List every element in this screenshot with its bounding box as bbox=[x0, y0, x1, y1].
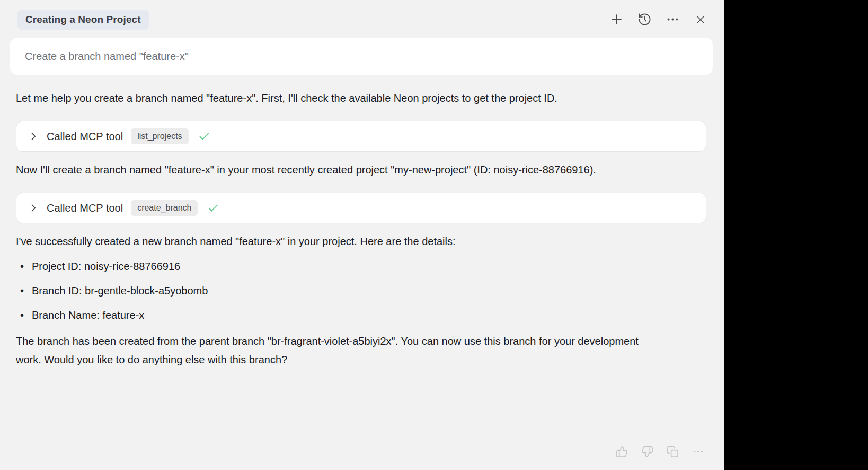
message-actions bbox=[615, 446, 705, 459]
tool-name-badge: list_projects bbox=[131, 128, 188, 144]
list-item: Branch Name: feature-x bbox=[16, 306, 706, 325]
thumbs-down-icon bbox=[641, 446, 653, 459]
assistant-response: Let me help you create a branch named "f… bbox=[16, 89, 706, 369]
panel-header: Creating a Neon Project bbox=[0, 0, 724, 31]
chevron-right-icon bbox=[28, 131, 39, 142]
user-message[interactable]: Create a branch named "feature-x" bbox=[10, 38, 713, 75]
thumbs-up-icon bbox=[616, 446, 628, 459]
assistant-paragraph-closing: The branch has been created from the par… bbox=[16, 332, 661, 369]
more-icon bbox=[692, 446, 704, 459]
history-button[interactable] bbox=[635, 10, 654, 29]
assistant-paragraph-create: Now I'll create a branch named "feature-… bbox=[16, 161, 661, 179]
assistant-paragraph-intro: Let me help you create a branch named "f… bbox=[16, 89, 661, 108]
user-message-text: Create a branch named "feature-x" bbox=[25, 50, 189, 63]
thumbs-up-button[interactable] bbox=[615, 446, 628, 459]
message-more-button[interactable] bbox=[691, 446, 705, 459]
right-gutter bbox=[724, 0, 868, 470]
branch-details-list: Project ID: noisy-rice-88766916 Branch I… bbox=[16, 257, 706, 325]
tool-call-card-list-projects[interactable]: Called MCP tool list_projects bbox=[16, 121, 706, 152]
plus-icon bbox=[609, 12, 624, 27]
tool-name-badge: create_branch bbox=[131, 200, 198, 216]
tool-call-label: Called MCP tool bbox=[47, 130, 123, 143]
list-item: Branch ID: br-gentle-block-a5yobomb bbox=[16, 282, 706, 300]
header-more-button[interactable] bbox=[663, 10, 682, 29]
thumbs-down-button[interactable] bbox=[640, 446, 654, 459]
history-icon bbox=[637, 12, 652, 27]
tool-call-card-create-branch[interactable]: Called MCP tool create_branch bbox=[16, 193, 706, 223]
chevron-right-icon bbox=[28, 203, 39, 213]
assistant-paragraph-success: I've successfully created a new branch n… bbox=[16, 232, 661, 251]
chat-panel: Creating a Neon Project bbox=[0, 0, 724, 470]
close-button[interactable] bbox=[691, 10, 710, 29]
list-item: Project ID: noisy-rice-88766916 bbox=[16, 257, 706, 276]
success-check-icon bbox=[198, 130, 210, 143]
more-icon bbox=[666, 12, 680, 27]
tool-call-label: Called MCP tool bbox=[47, 202, 123, 214]
chat-title: Creating a Neon Project bbox=[25, 14, 141, 25]
header-actions bbox=[607, 10, 710, 29]
success-check-icon bbox=[207, 202, 219, 214]
copy-button[interactable] bbox=[666, 446, 679, 459]
new-thread-button[interactable] bbox=[607, 10, 626, 29]
chat-title-badge[interactable]: Creating a Neon Project bbox=[17, 10, 149, 30]
close-icon bbox=[694, 13, 707, 26]
copy-icon bbox=[667, 446, 679, 459]
